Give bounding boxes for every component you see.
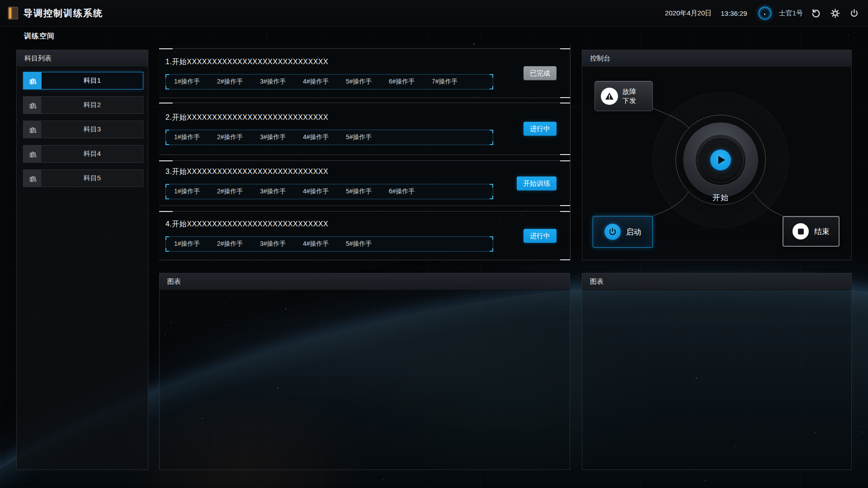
top-bar: 导调控制训练系统 2020年4月20日 13:36:29 士官1号 [0, 0, 868, 27]
operator-chip: 6#操作手 [389, 188, 432, 196]
launch-button[interactable]: 启动 [593, 216, 653, 248]
top-right-cluster: 2020年4月20日 13:36:29 士官1号 [665, 6, 860, 20]
subject-label: 科目2 [42, 97, 143, 113]
operator-box: 1#操作手2#操作手3#操作手4#操作手5#操作手 [165, 130, 493, 145]
subject-list-header: 科目列表 [17, 50, 148, 67]
corner-accent [165, 196, 169, 199]
operator-chip: 4#操作手 [303, 240, 346, 248]
corner-accent [159, 48, 173, 49]
gear-icon[interactable] [829, 7, 841, 19]
corner-accent [165, 236, 169, 240]
app-logo-icon [8, 7, 18, 19]
books-icon [24, 121, 42, 138]
task-card: 1.开始XXXXXXXXXXXXXXXXXXXXXXXXXXXX 1#操作手2#… [159, 48, 570, 98]
operator-chip: 2#操作手 [217, 78, 260, 86]
undo-icon[interactable] [810, 7, 822, 19]
stop-icon [793, 223, 809, 239]
subject-label: 科目3 [42, 121, 143, 138]
corner-accent [560, 259, 570, 260]
chart-left-header: 图表 [160, 273, 570, 290]
task-status-button[interactable]: 进行中 [524, 122, 557, 136]
console-body: 开始 故障下发 启动 结束 [582, 67, 851, 261]
subject-list: 科目1 科目2 科目3 科目4 科目5 [17, 67, 148, 187]
sidebar-item-subject-2[interactable]: 科目2 [23, 96, 143, 114]
user-name: 士官1号 [779, 9, 803, 18]
sidebar-item-subject-4[interactable]: 科目4 [23, 145, 143, 163]
corner-accent [165, 141, 169, 145]
time-label: 13:36:29 [721, 9, 747, 17]
app-root: 导调控制训练系统 2020年4月20日 13:36:29 士官1号 训练空间 科… [0, 0, 868, 488]
subject-label: 科目4 [42, 145, 143, 162]
corner-accent [560, 103, 570, 103]
operator-box: 1#操作手2#操作手3#操作手4#操作手5#操作手6#操作手7#操作手 [165, 74, 493, 89]
corner-accent [159, 211, 173, 212]
subject-list-panel: 科目列表 科目1 科目2 科目3 科目4 科目5 [16, 50, 148, 470]
operator-box: 1#操作手2#操作手3#操作手4#操作手5#操作手6#操作手 [165, 184, 493, 199]
task-card: 2.开始XXXXXXXXXXXXXXXXXXXXXXXXXXXX 1#操作手2#… [159, 103, 570, 155]
corner-accent [165, 74, 169, 78]
subject-label: 科目1 [42, 72, 143, 89]
corner-accent [490, 130, 493, 133]
corner-accent [490, 141, 493, 145]
operator-chip: 4#操作手 [303, 133, 346, 141]
power-icon[interactable] [848, 7, 860, 19]
corner-accent [490, 196, 493, 199]
operator-chip: 2#操作手 [217, 188, 260, 196]
task-title: 1.开始XXXXXXXXXXXXXXXXXXXXXXXXXXXX [165, 57, 570, 67]
operator-chip: 1#操作手 [174, 188, 217, 196]
books-icon [24, 145, 42, 162]
chart-right-header: 图表 [582, 273, 851, 290]
power-icon [604, 224, 621, 240]
corner-accent [560, 97, 570, 98]
user-avatar[interactable] [758, 6, 772, 20]
console-header: 控制台 [582, 50, 851, 67]
task-card: 3.开始XXXXXXXXXXXXXXXXXXXXXXXXXXXX 1#操作手2#… [159, 160, 570, 206]
operator-chip: 5#操作手 [346, 188, 389, 196]
chart-right-body [582, 290, 851, 470]
corner-accent [165, 184, 169, 188]
fault-dispatch-label: 故障下发 [623, 87, 636, 105]
corner-accent [560, 205, 570, 206]
corner-accent [165, 248, 169, 252]
operator-chip: 1#操作手 [174, 78, 217, 86]
sidebar-item-subject-3[interactable]: 科目3 [23, 121, 143, 138]
operator-chip: 3#操作手 [260, 240, 303, 248]
end-button[interactable]: 结束 [783, 216, 840, 247]
task-status-button[interactable]: 进行中 [524, 229, 557, 243]
operator-chip: 2#操作手 [217, 133, 260, 141]
books-icon [24, 97, 42, 113]
operator-chip: 3#操作手 [260, 133, 303, 141]
operator-chip: 6#操作手 [389, 78, 432, 86]
operator-chip: 7#操作手 [432, 78, 475, 86]
end-label: 结束 [814, 226, 830, 237]
operator-chip: 3#操作手 [260, 188, 303, 196]
operator-chip: 2#操作手 [217, 240, 260, 248]
play-button[interactable] [710, 150, 731, 170]
operator-chip: 5#操作手 [346, 133, 389, 141]
books-icon [24, 170, 42, 187]
task-status-button[interactable]: 已完成 [524, 66, 557, 80]
launch-label: 启动 [626, 227, 642, 237]
corner-accent [159, 160, 173, 161]
task-status-button[interactable]: 开始训练 [517, 176, 557, 190]
sidebar-item-subject-5[interactable]: 科目5 [23, 169, 143, 187]
corner-accent [560, 160, 570, 161]
operator-chip: 1#操作手 [174, 240, 217, 248]
corner-accent [490, 74, 493, 78]
task-list-panel: 1.开始XXXXXXXXXXXXXXXXXXXXXXXXXXXX 1#操作手2#… [159, 45, 571, 260]
date-label: 2020年4月20日 [665, 9, 712, 18]
page-title: 导调控制训练系统 [24, 7, 103, 19]
task-title: 2.开始XXXXXXXXXXXXXXXXXXXXXXXXXXXX [165, 113, 570, 122]
operator-chip: 5#操作手 [346, 78, 389, 86]
corner-accent [560, 154, 570, 155]
corner-accent [165, 130, 169, 133]
console-panel: 控制台 开始 故障下发 [582, 50, 852, 260]
operator-chip: 5#操作手 [346, 240, 389, 248]
task-title: 3.开始XXXXXXXXXXXXXXXXXXXXXXXXXXXX [165, 167, 570, 177]
operator-chip: 4#操作手 [303, 78, 346, 86]
operator-chip: 4#操作手 [303, 188, 346, 196]
operator-box: 1#操作手2#操作手3#操作手4#操作手5#操作手 [165, 236, 493, 252]
fault-dispatch-button[interactable]: 故障下发 [594, 81, 653, 111]
sidebar-item-subject-1[interactable]: 科目1 [23, 72, 143, 89]
start-label: 开始 [712, 192, 729, 203]
